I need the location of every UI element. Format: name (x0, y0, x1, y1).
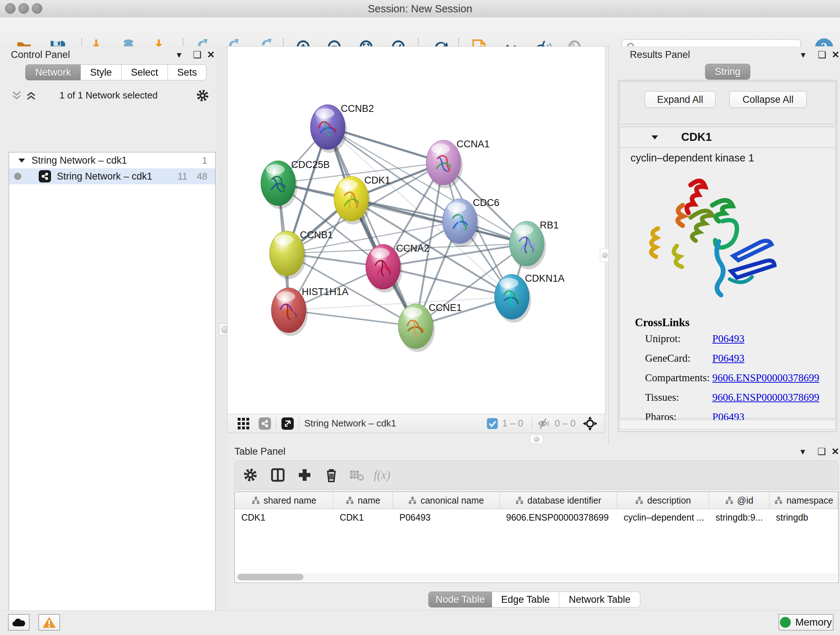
node-table: shared namenamecanonical namedatabase id… (234, 492, 838, 583)
network-type-icon (39, 170, 51, 182)
memory-label: Memory (795, 616, 832, 628)
node-label-CCNE1: CCNE1 (429, 302, 462, 313)
results-panel-float-icon[interactable]: ❏ (816, 49, 828, 61)
control-panel: Control Panel ▾ ❏ ✕ Network Style Select… (0, 46, 221, 610)
network-options-gear-icon[interactable] (195, 88, 210, 103)
tab-select[interactable]: Select (122, 65, 168, 80)
table-cell[interactable]: stringdb (769, 509, 838, 526)
column-header-shared-name[interactable]: shared name (235, 492, 333, 509)
column-type-icon (774, 496, 783, 505)
table-panel-close-icon[interactable]: ✕ (829, 445, 840, 458)
network-selection-bar: 1 of 1 Network selected (0, 87, 217, 104)
network-label: String Network – cdk1 (57, 171, 152, 182)
control-panel-float-icon[interactable]: ❏ (191, 49, 203, 61)
column-header-database-identifier[interactable]: database identifier (500, 492, 617, 509)
strip-separator (299, 417, 299, 430)
table-cell[interactable]: P06493 (393, 509, 500, 526)
network-row-selected[interactable]: String Network – cdk1 11 48 (9, 168, 215, 184)
show-columns-icon[interactable] (268, 465, 288, 485)
results-panel-menu-icon[interactable]: ▾ (797, 49, 809, 61)
node-label-RB1: RB1 (540, 220, 559, 231)
add-column-icon[interactable] (294, 465, 315, 485)
warnings-button[interactable] (38, 614, 60, 631)
column-header--id[interactable]: @id (709, 492, 769, 509)
table-panel-menu-icon[interactable]: ▾ (797, 445, 809, 458)
table-gear-icon[interactable] (240, 465, 261, 485)
network-view-toolbar: String Network – cdk1 1 – 0 0 – 0 (227, 414, 605, 433)
column-header-name[interactable]: name (333, 492, 393, 509)
tab-style[interactable]: Style (81, 65, 122, 80)
network-edge[interactable] (383, 267, 512, 297)
column-header-namespace[interactable]: namespace (769, 492, 838, 509)
crosslink-value-link[interactable]: 9606.ENSP00000378699 (712, 372, 819, 384)
network-share-icon[interactable] (259, 417, 271, 430)
function-builder-icon[interactable]: f(x) (372, 465, 392, 485)
birds-eye-view-icon[interactable] (582, 416, 598, 432)
collapse-all-icon[interactable] (11, 90, 22, 101)
crosslink-label: Compartments: (645, 372, 710, 383)
cloud-status-button[interactable] (8, 614, 30, 631)
table-hscrollbar[interactable] (235, 573, 837, 581)
crosslink-value-link[interactable]: P06493 (712, 352, 745, 364)
delete-column-icon[interactable] (321, 465, 341, 485)
control-panel-menu-icon[interactable]: ▾ (173, 49, 185, 61)
network-canvas[interactable]: CCNB2CCNA1CDC25BCDK1CDC6RB1CCNB1CCNA2CDK… (227, 46, 606, 414)
network-node-count: 11 (178, 171, 187, 182)
expand-all-button[interactable]: Expand All (645, 91, 715, 108)
network-status-dot (14, 173, 21, 180)
table-cell[interactable]: 9606.ENSP00000378699 (500, 509, 617, 526)
protein-header[interactable]: CDK1 (620, 127, 835, 148)
node-label-CDC25B: CDC25B (291, 159, 330, 170)
column-type-icon (725, 496, 734, 505)
tab-network-table[interactable]: Network Table (559, 592, 640, 608)
left-splitter[interactable] (217, 46, 227, 610)
hidden-count: 0 – 0 (554, 418, 576, 429)
table-panel-title: Table Panel (234, 446, 286, 457)
selected-count: 1 – 0 (502, 418, 523, 429)
table-header-row: shared namenamecanonical namedatabase id… (235, 492, 838, 509)
crosslink-label: Tissues: (645, 391, 679, 403)
node-label-CCNA1: CCNA1 (456, 139, 490, 149)
crosslink-value-link[interactable]: P06493 (712, 333, 745, 345)
crosslink-value-link[interactable]: 9606.ENSP00000378699 (712, 391, 819, 403)
tab-edge-table[interactable]: Edge Table (492, 592, 559, 608)
results-scrollbar[interactable] (619, 420, 836, 429)
collection-count: 1 (202, 155, 207, 166)
crosslink-row: Tissues: (645, 391, 679, 403)
control-panel-close-icon[interactable]: ✕ (205, 49, 217, 61)
tab-sets[interactable]: Sets (168, 65, 207, 80)
network-graph[interactable]: CCNB2CCNA1CDC25BCDK1CDC6RB1CCNB1CCNA2CDK… (227, 47, 605, 414)
expand-all-icon[interactable] (25, 90, 37, 101)
collection-label: String Network – cdk1 (32, 155, 127, 166)
results-panel-title: Results Panel (630, 49, 690, 60)
column-header-description[interactable]: description (617, 492, 709, 509)
window-title: Session: New Session (0, 3, 840, 15)
table-row[interactable]: CDK1CDK1P064939606.ENSP00000378699cyclin… (235, 509, 838, 526)
table-cell[interactable]: CDK1 (333, 509, 393, 526)
protein-expander-icon[interactable] (650, 133, 660, 142)
grid-view-icon[interactable] (236, 416, 251, 431)
crosslink-row: Uniprot: (645, 333, 681, 345)
tab-network[interactable]: Network (25, 65, 81, 80)
network-collection-row[interactable]: String Network – cdk1 1 (9, 152, 215, 168)
open-in-window-icon[interactable] (281, 417, 294, 430)
table-body: CDK1CDK1P064939606.ENSP00000378699cyclin… (235, 509, 838, 526)
collection-expander-icon[interactable] (17, 156, 27, 165)
table-panel-float-icon[interactable]: ❏ (815, 445, 828, 458)
tab-node-table[interactable]: Node Table (428, 592, 492, 608)
selected-nodes-checkbox-icon[interactable] (486, 417, 499, 430)
column-header-canonical-name[interactable]: canonical name (393, 492, 500, 509)
tab-string[interactable]: String (705, 64, 750, 80)
table-cell[interactable]: cyclin–dependent ... (617, 509, 709, 526)
horizontal-splitter-handle[interactable] (530, 434, 543, 444)
node-label-CCNB2: CCNB2 (341, 103, 374, 114)
results-panel-close-icon[interactable]: ✕ (829, 49, 840, 61)
horizontal-splitter[interactable] (227, 433, 605, 445)
collapse-all-button[interactable]: Collapse All (729, 91, 807, 108)
table-hscrollbar-thumb[interactable] (238, 574, 303, 580)
memory-button[interactable]: Memory (778, 614, 834, 631)
table-cell[interactable]: stringdb:9... (709, 509, 769, 526)
table-cell[interactable]: CDK1 (235, 509, 333, 526)
delete-table-icon[interactable] (347, 465, 367, 485)
node-label-CDK1: CDK1 (364, 175, 390, 186)
